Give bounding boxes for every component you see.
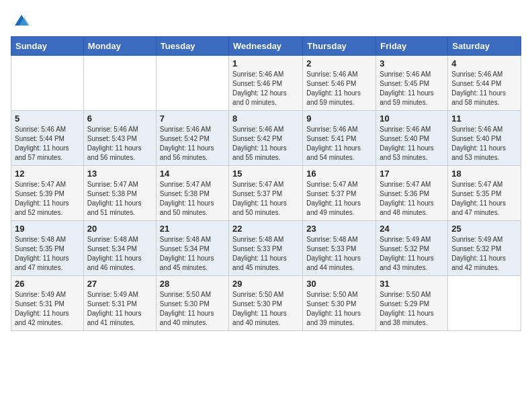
calendar-cell	[448, 276, 521, 331]
calendar-cell: 18Sunrise: 5:47 AM Sunset: 5:35 PM Dayli…	[448, 166, 521, 221]
calendar-cell: 12Sunrise: 5:47 AM Sunset: 5:39 PM Dayli…	[11, 166, 84, 221]
day-info: Sunrise: 5:48 AM Sunset: 5:34 PM Dayligh…	[87, 235, 152, 273]
day-info: Sunrise: 5:46 AM Sunset: 5:45 PM Dayligh…	[380, 70, 444, 107]
day-info: Sunrise: 5:47 AM Sunset: 5:39 PM Dayligh…	[15, 180, 80, 218]
day-number: 28	[160, 279, 225, 289]
day-number: 14	[160, 169, 225, 179]
calendar-cell: 6Sunrise: 5:46 AM Sunset: 5:43 PM Daylig…	[83, 111, 156, 166]
day-number: 25	[451, 224, 517, 234]
days-of-week-row: SundayMondayTuesdayWednesdayThursdayFrid…	[11, 37, 521, 56]
calendar-week-3: 12Sunrise: 5:47 AM Sunset: 5:39 PM Dayli…	[11, 166, 521, 221]
day-number: 30	[306, 279, 372, 289]
calendar-cell: 22Sunrise: 5:48 AM Sunset: 5:33 PM Dayli…	[229, 221, 303, 276]
calendar-header: SundayMondayTuesdayWednesdayThursdayFrid…	[11, 37, 521, 56]
day-number: 8	[232, 113, 299, 124]
calendar-table: SundayMondayTuesdayWednesdayThursdayFrid…	[11, 36, 521, 331]
day-info: Sunrise: 5:46 AM Sunset: 5:43 PM Dayligh…	[87, 125, 152, 163]
calendar-cell: 13Sunrise: 5:47 AM Sunset: 5:38 PM Dayli…	[83, 166, 156, 221]
calendar-cell: 20Sunrise: 5:48 AM Sunset: 5:34 PM Dayli…	[83, 221, 156, 276]
calendar-cell: 24Sunrise: 5:49 AM Sunset: 5:32 PM Dayli…	[376, 221, 448, 276]
day-header-tuesday: Tuesday	[156, 37, 228, 56]
calendar-cell: 21Sunrise: 5:48 AM Sunset: 5:34 PM Dayli…	[156, 221, 228, 276]
calendar-week-4: 19Sunrise: 5:48 AM Sunset: 5:35 PM Dayli…	[11, 221, 521, 276]
day-number: 9	[306, 113, 372, 124]
day-number: 31	[380, 279, 444, 289]
calendar-cell: 27Sunrise: 5:49 AM Sunset: 5:31 PM Dayli…	[83, 276, 156, 331]
day-number: 1	[232, 58, 299, 68]
day-info: Sunrise: 5:46 AM Sunset: 5:42 PM Dayligh…	[160, 125, 225, 163]
calendar-cell: 10Sunrise: 5:46 AM Sunset: 5:40 PM Dayli…	[376, 111, 448, 166]
calendar-cell: 17Sunrise: 5:47 AM Sunset: 5:36 PM Dayli…	[376, 166, 448, 221]
day-number: 15	[232, 169, 299, 179]
calendar-cell: 23Sunrise: 5:48 AM Sunset: 5:33 PM Dayli…	[303, 221, 376, 276]
day-info: Sunrise: 5:47 AM Sunset: 5:37 PM Dayligh…	[232, 180, 299, 218]
day-info: Sunrise: 5:48 AM Sunset: 5:33 PM Dayligh…	[232, 235, 299, 273]
calendar-cell: 25Sunrise: 5:49 AM Sunset: 5:32 PM Dayli…	[448, 221, 521, 276]
day-number: 6	[87, 113, 152, 124]
calendar-cell: 5Sunrise: 5:46 AM Sunset: 5:44 PM Daylig…	[11, 111, 84, 166]
calendar-week-2: 5Sunrise: 5:46 AM Sunset: 5:44 PM Daylig…	[11, 111, 521, 166]
calendar-cell: 11Sunrise: 5:46 AM Sunset: 5:40 PM Dayli…	[448, 111, 521, 166]
page-header	[11, 11, 521, 30]
day-info: Sunrise: 5:50 AM Sunset: 5:30 PM Dayligh…	[232, 290, 299, 328]
day-number: 2	[306, 58, 372, 68]
calendar-week-1: 1Sunrise: 5:46 AM Sunset: 5:46 PM Daylig…	[11, 56, 521, 111]
day-number: 11	[451, 113, 517, 124]
day-number: 27	[87, 279, 152, 289]
day-number: 12	[15, 169, 80, 179]
day-number: 20	[87, 224, 152, 234]
day-number: 5	[15, 113, 80, 124]
day-header-sunday: Sunday	[11, 37, 84, 56]
day-info: Sunrise: 5:47 AM Sunset: 5:35 PM Dayligh…	[451, 180, 517, 218]
day-header-monday: Monday	[83, 37, 156, 56]
day-info: Sunrise: 5:46 AM Sunset: 5:40 PM Dayligh…	[451, 125, 517, 163]
calendar-cell	[11, 56, 84, 111]
calendar-cell: 26Sunrise: 5:49 AM Sunset: 5:31 PM Dayli…	[11, 276, 84, 331]
day-header-friday: Friday	[376, 37, 448, 56]
day-info: Sunrise: 5:50 AM Sunset: 5:30 PM Dayligh…	[160, 290, 225, 328]
logo-icon	[12, 11, 31, 30]
calendar-cell: 28Sunrise: 5:50 AM Sunset: 5:30 PM Dayli…	[156, 276, 228, 331]
day-header-thursday: Thursday	[303, 37, 376, 56]
calendar-cell: 30Sunrise: 5:50 AM Sunset: 5:30 PM Dayli…	[303, 276, 376, 331]
day-info: Sunrise: 5:46 AM Sunset: 5:41 PM Dayligh…	[306, 125, 372, 163]
day-number: 3	[380, 58, 444, 68]
day-info: Sunrise: 5:49 AM Sunset: 5:31 PM Dayligh…	[15, 290, 80, 328]
day-info: Sunrise: 5:47 AM Sunset: 5:38 PM Dayligh…	[87, 180, 152, 218]
day-number: 10	[380, 113, 444, 124]
day-info: Sunrise: 5:49 AM Sunset: 5:32 PM Dayligh…	[451, 235, 517, 273]
day-header-saturday: Saturday	[448, 37, 521, 56]
calendar-cell: 4Sunrise: 5:46 AM Sunset: 5:44 PM Daylig…	[448, 56, 521, 111]
day-header-wednesday: Wednesday	[229, 37, 303, 56]
day-info: Sunrise: 5:46 AM Sunset: 5:40 PM Dayligh…	[380, 125, 444, 163]
day-info: Sunrise: 5:48 AM Sunset: 5:35 PM Dayligh…	[15, 235, 80, 273]
day-info: Sunrise: 5:47 AM Sunset: 5:37 PM Dayligh…	[306, 180, 372, 218]
day-number: 7	[160, 113, 225, 124]
day-number: 4	[451, 58, 517, 68]
day-number: 23	[306, 224, 372, 234]
day-info: Sunrise: 5:47 AM Sunset: 5:38 PM Dayligh…	[160, 180, 225, 218]
calendar-week-5: 26Sunrise: 5:49 AM Sunset: 5:31 PM Dayli…	[11, 276, 521, 331]
calendar-cell: 14Sunrise: 5:47 AM Sunset: 5:38 PM Dayli…	[156, 166, 228, 221]
day-number: 22	[232, 224, 299, 234]
calendar-cell: 31Sunrise: 5:50 AM Sunset: 5:29 PM Dayli…	[376, 276, 448, 331]
day-info: Sunrise: 5:48 AM Sunset: 5:34 PM Dayligh…	[160, 235, 225, 273]
day-number: 29	[232, 279, 299, 289]
day-number: 26	[15, 279, 80, 289]
calendar-cell: 3Sunrise: 5:46 AM Sunset: 5:45 PM Daylig…	[376, 56, 448, 111]
day-number: 16	[306, 169, 372, 179]
day-info: Sunrise: 5:47 AM Sunset: 5:36 PM Dayligh…	[380, 180, 444, 218]
logo	[11, 11, 31, 30]
calendar-cell: 1Sunrise: 5:46 AM Sunset: 5:46 PM Daylig…	[229, 56, 303, 111]
day-info: Sunrise: 5:46 AM Sunset: 5:42 PM Dayligh…	[232, 125, 299, 163]
calendar-cell: 19Sunrise: 5:48 AM Sunset: 5:35 PM Dayli…	[11, 221, 84, 276]
day-number: 18	[451, 169, 517, 179]
day-number: 21	[160, 224, 225, 234]
day-info: Sunrise: 5:50 AM Sunset: 5:29 PM Dayligh…	[380, 290, 444, 328]
day-info: Sunrise: 5:46 AM Sunset: 5:44 PM Dayligh…	[15, 125, 80, 163]
day-number: 17	[380, 169, 444, 179]
day-info: Sunrise: 5:46 AM Sunset: 5:44 PM Dayligh…	[451, 70, 517, 107]
calendar-cell: 2Sunrise: 5:46 AM Sunset: 5:46 PM Daylig…	[303, 56, 376, 111]
day-number: 13	[87, 169, 152, 179]
day-info: Sunrise: 5:50 AM Sunset: 5:30 PM Dayligh…	[306, 290, 372, 328]
